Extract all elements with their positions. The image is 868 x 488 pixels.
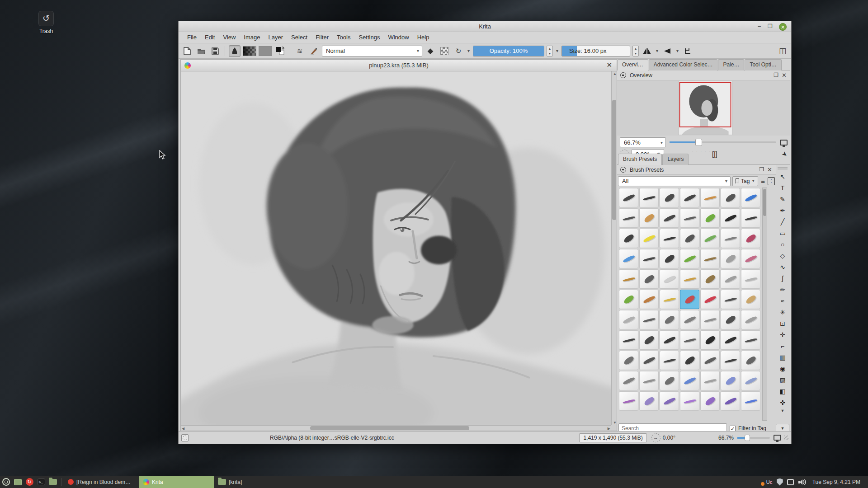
screen-tool-icon[interactable] <box>787 479 794 485</box>
float-docker-icon[interactable]: ❐ <box>759 166 764 173</box>
crop-tool[interactable]: ⌐ <box>777 341 788 352</box>
brush-preset-24[interactable] <box>680 249 699 268</box>
display-mode-button[interactable]: ≡ <box>760 177 766 185</box>
menu-image[interactable]: Image <box>240 32 264 43</box>
brush-preset-48[interactable] <box>741 310 760 329</box>
trash-desktop-icon[interactable]: ↺ Trash <box>32 11 61 34</box>
menu-edit[interactable]: Edit <box>201 32 219 43</box>
lock-icon[interactable] <box>620 72 626 78</box>
gradient-chooser[interactable] <box>243 46 256 56</box>
brush-preset-69[interactable] <box>741 371 760 390</box>
status-rotation[interactable]: 0.00° <box>651 433 675 442</box>
brush-preset-71[interactable] <box>639 391 659 411</box>
move-tool[interactable]: ✛ <box>777 329 788 341</box>
brush-preset-49[interactable] <box>619 330 638 350</box>
brush-preset-31[interactable] <box>680 269 699 289</box>
mirror-horizontal-button[interactable] <box>641 45 653 57</box>
gradient-tool[interactable]: ▥ <box>777 352 788 363</box>
menu-file[interactable]: File <box>183 32 201 43</box>
fill-tool[interactable]: ◧ <box>777 386 788 397</box>
brush-preset-7[interactable] <box>619 208 638 228</box>
dynamic-brush-tool[interactable]: ≈ <box>777 296 788 307</box>
brush-preset-67[interactable] <box>700 371 720 390</box>
toolbox-handle[interactable] <box>778 167 788 169</box>
overview-docker-header[interactable]: Overview ❐ ✕ <box>617 70 790 80</box>
chevron-down-icon[interactable]: ▾ <box>655 48 659 53</box>
brush-preset-39[interactable] <box>700 290 720 309</box>
clock[interactable]: Tue Sep 9, 4:21 PM <box>811 479 864 485</box>
freehand-path-tool[interactable]: ✏ <box>777 284 788 296</box>
mint-menu-button[interactable] <box>0 476 12 488</box>
menu-filter[interactable]: Filter <box>311 32 333 43</box>
panel-tab-brush-presets[interactable]: Brush Presets <box>618 154 662 165</box>
ellipse-tool[interactable]: ○ <box>777 239 788 250</box>
update-manager-icon[interactable] <box>777 479 783 486</box>
brush-preset-17[interactable] <box>680 229 699 248</box>
taskbar-window--reign-in-blood-dem-[interactable]: [Reign in Blood dem… <box>64 476 139 488</box>
overview-thumbnail-area[interactable] <box>617 80 790 136</box>
menu-view[interactable]: View <box>219 32 240 43</box>
docker-splitter[interactable]: · · · · · · <box>617 150 790 154</box>
eraser-mode-button[interactable] <box>425 45 436 57</box>
brush-preset-13[interactable] <box>741 208 760 228</box>
brush-preset-38[interactable] <box>680 290 699 309</box>
bezier-curve-tool[interactable]: ʃ <box>777 273 788 284</box>
brush-preset-59[interactable] <box>680 351 699 370</box>
new-document-button[interactable] <box>181 45 193 57</box>
brush-preset-40[interactable] <box>721 290 740 309</box>
reload-preset-button[interactable]: ↻ <box>453 45 464 57</box>
media-app-launcher[interactable]: ↻ <box>24 476 35 488</box>
brush-grid-scrollbar[interactable] <box>762 188 767 421</box>
overview-zoom-combo[interactable]: 66.7% ▾ <box>620 137 666 147</box>
assistants-tool[interactable]: ✜ <box>777 397 788 408</box>
document-titlebar[interactable]: pinup23.kra (55.3 MiB) ✕ <box>181 60 617 71</box>
scroll-up-icon[interactable]: ▲ <box>613 72 617 76</box>
brush-grid-scroll-thumb[interactable] <box>763 189 766 216</box>
brush-preset-26[interactable] <box>721 249 740 268</box>
open-document-button[interactable] <box>195 45 207 57</box>
polyline-tool[interactable]: ∿ <box>777 262 788 273</box>
chevron-down-icon[interactable]: ▾ <box>675 48 679 53</box>
show-desktop-button[interactable] <box>12 476 24 488</box>
mirror-vertical-button[interactable] <box>661 45 673 57</box>
brush-preset-51[interactable] <box>660 330 679 350</box>
chevron-down-icon[interactable]: ▾ <box>555 48 559 53</box>
brush-preset-74[interactable] <box>700 391 720 411</box>
polygon-tool[interactable]: ◇ <box>777 250 788 262</box>
toolbox-scroll-down-icon[interactable]: ▼ <box>776 408 789 413</box>
brush-preset-58[interactable] <box>660 351 679 370</box>
brush-preset-8[interactable] <box>639 208 659 228</box>
status-zoom-slider[interactable] <box>737 437 770 439</box>
volume-icon[interactable] <box>798 479 807 486</box>
text-tool[interactable]: T <box>777 183 788 194</box>
fit-to-view-icon[interactable] <box>780 140 788 145</box>
brush-preset-63[interactable] <box>619 371 638 390</box>
resize-grip[interactable] <box>784 436 788 440</box>
brush-preset-11[interactable] <box>700 208 720 228</box>
line-tool[interactable]: ╱ <box>777 216 788 228</box>
edit-brush-settings-button[interactable] <box>308 45 320 57</box>
brush-preset-65[interactable] <box>660 371 679 390</box>
wrap-around-mode-button[interactable] <box>682 45 693 57</box>
brush-preset-46[interactable] <box>700 310 720 329</box>
menu-tools[interactable]: Tools <box>333 32 354 43</box>
menu-window[interactable]: Window <box>384 32 413 43</box>
brush-preset-0[interactable] <box>619 188 638 207</box>
brush-preset-54[interactable] <box>721 330 740 350</box>
tag-button[interactable]: Tag ▼ <box>732 176 758 186</box>
chevron-down-icon[interactable]: ▾ <box>467 48 471 53</box>
minimize-button[interactable]: – <box>755 23 763 30</box>
close-docker-icon[interactable]: ✕ <box>767 166 772 173</box>
menu-help[interactable]: Help <box>413 32 434 43</box>
panel-tab-layers[interactable]: Layers <box>662 154 689 165</box>
docker-tab-pale-[interactable]: Pale… <box>718 59 744 70</box>
rectangle-tool[interactable]: ▭ <box>777 228 788 239</box>
docker-tab-overvi-[interactable]: Overvi… <box>617 59 648 70</box>
brush-preset-76[interactable] <box>741 391 760 411</box>
brush-preset-3[interactable] <box>680 188 699 207</box>
brush-preset-37[interactable] <box>660 290 679 309</box>
brush-preset-6[interactable] <box>741 188 760 207</box>
close-docker-icon[interactable]: ✕ <box>782 72 787 79</box>
image-dimensions[interactable]: 1,419 x 1,490 (55.3 MiB) <box>579 433 646 442</box>
vertical-scroll-thumb[interactable] <box>612 100 616 220</box>
